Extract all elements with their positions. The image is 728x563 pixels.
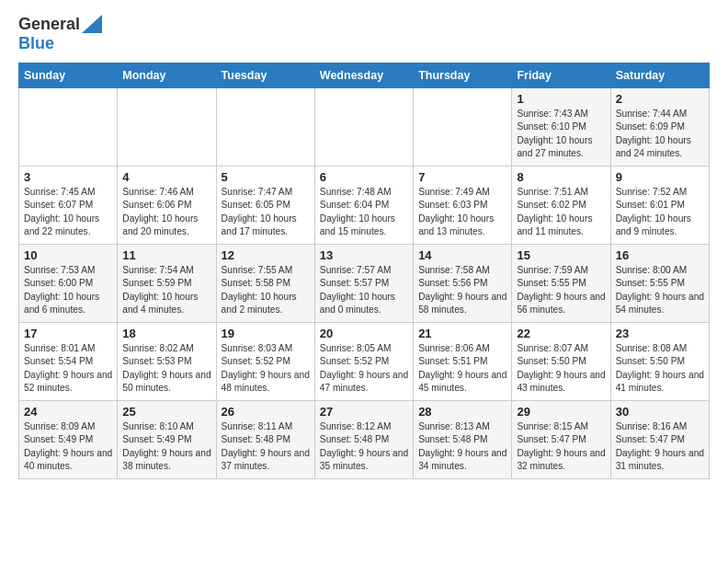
day-info: Sunrise: 8:12 AM Sunset: 5:48 PM Dayligh… — [320, 420, 408, 473]
day-number: 2 — [616, 92, 704, 106]
weekday-header-sunday: Sunday — [19, 63, 118, 88]
day-number: 20 — [320, 327, 408, 340]
day-number: 9 — [616, 170, 704, 184]
day-info: Sunrise: 8:02 AM Sunset: 5:53 PM Dayligh… — [122, 342, 210, 395]
calendar-cell: 22Sunrise: 8:07 AM Sunset: 5:50 PM Dayli… — [512, 323, 610, 401]
logo: General Blue — [18, 15, 102, 53]
day-number: 10 — [24, 248, 112, 262]
calendar-cell — [118, 88, 216, 167]
weekday-header-thursday: Thursday — [414, 63, 512, 88]
day-info: Sunrise: 7:54 AM Sunset: 5:59 PM Dayligh… — [122, 264, 210, 316]
day-info: Sunrise: 8:06 AM Sunset: 5:51 PM Dayligh… — [418, 342, 506, 395]
logo-general-text: General — [18, 15, 80, 34]
day-number: 6 — [320, 170, 408, 184]
day-number: 27 — [320, 405, 408, 419]
calendar-week-5: 24Sunrise: 8:09 AM Sunset: 5:49 PM Dayli… — [19, 401, 710, 479]
calendar-cell: 14Sunrise: 7:58 AM Sunset: 5:56 PM Dayli… — [414, 245, 512, 323]
day-info: Sunrise: 7:52 AM Sunset: 6:01 PM Dayligh… — [616, 186, 704, 238]
day-info: Sunrise: 7:43 AM Sunset: 6:10 PM Dayligh… — [517, 108, 605, 160]
day-number: 5 — [222, 170, 310, 184]
calendar-cell: 27Sunrise: 8:12 AM Sunset: 5:48 PM Dayli… — [314, 401, 413, 479]
calendar-cell — [414, 88, 512, 167]
calendar-week-1: 1Sunrise: 7:43 AM Sunset: 6:10 PM Daylig… — [19, 88, 710, 167]
calendar-cell: 15Sunrise: 7:59 AM Sunset: 5:55 PM Dayli… — [512, 245, 610, 323]
calendar-cell: 30Sunrise: 8:16 AM Sunset: 5:47 PM Dayli… — [610, 401, 709, 479]
calendar-cell: 5Sunrise: 7:47 AM Sunset: 6:05 PM Daylig… — [216, 167, 314, 245]
day-number: 16 — [616, 248, 704, 262]
day-number: 18 — [122, 327, 210, 340]
day-info: Sunrise: 7:49 AM Sunset: 6:03 PM Dayligh… — [418, 186, 506, 238]
day-info: Sunrise: 7:45 AM Sunset: 6:07 PM Dayligh… — [24, 186, 112, 238]
logo-blue-text: Blue — [18, 34, 54, 52]
day-number: 24 — [24, 405, 112, 419]
day-number: 12 — [222, 248, 310, 262]
day-info: Sunrise: 8:07 AM Sunset: 5:50 PM Dayligh… — [517, 342, 605, 395]
day-info: Sunrise: 8:15 AM Sunset: 5:47 PM Dayligh… — [517, 420, 605, 473]
day-info: Sunrise: 7:59 AM Sunset: 5:55 PM Dayligh… — [517, 264, 605, 316]
day-info: Sunrise: 8:16 AM Sunset: 5:47 PM Dayligh… — [616, 420, 704, 473]
day-number: 26 — [222, 405, 310, 419]
day-info: Sunrise: 8:03 AM Sunset: 5:52 PM Dayligh… — [222, 342, 310, 395]
day-number: 4 — [122, 170, 210, 184]
calendar-cell: 29Sunrise: 8:15 AM Sunset: 5:47 PM Dayli… — [512, 401, 610, 479]
day-number: 28 — [418, 405, 506, 419]
calendar-cell: 26Sunrise: 8:11 AM Sunset: 5:48 PM Dayli… — [216, 401, 314, 479]
calendar-cell — [314, 88, 413, 167]
calendar-cell: 28Sunrise: 8:13 AM Sunset: 5:48 PM Dayli… — [414, 401, 512, 479]
weekday-header-monday: Monday — [118, 63, 216, 88]
day-info: Sunrise: 8:13 AM Sunset: 5:48 PM Dayligh… — [418, 420, 506, 473]
calendar-cell: 16Sunrise: 8:00 AM Sunset: 5:55 PM Dayli… — [610, 245, 709, 323]
day-number: 3 — [24, 170, 112, 184]
weekday-header-friday: Friday — [512, 63, 610, 88]
calendar-cell: 3Sunrise: 7:45 AM Sunset: 6:07 PM Daylig… — [19, 167, 118, 245]
calendar-cell: 17Sunrise: 8:01 AM Sunset: 5:54 PM Dayli… — [19, 323, 118, 401]
day-info: Sunrise: 7:58 AM Sunset: 5:56 PM Dayligh… — [418, 264, 506, 316]
day-info: Sunrise: 7:57 AM Sunset: 5:57 PM Dayligh… — [320, 264, 408, 316]
calendar-cell: 4Sunrise: 7:46 AM Sunset: 6:06 PM Daylig… — [118, 167, 216, 245]
calendar-cell: 9Sunrise: 7:52 AM Sunset: 6:01 PM Daylig… — [610, 167, 709, 245]
calendar-week-2: 3Sunrise: 7:45 AM Sunset: 6:07 PM Daylig… — [19, 167, 710, 245]
calendar-cell: 10Sunrise: 7:53 AM Sunset: 6:00 PM Dayli… — [19, 245, 118, 323]
calendar-table: SundayMondayTuesdayWednesdayThursdayFrid… — [18, 63, 710, 479]
day-info: Sunrise: 7:46 AM Sunset: 6:06 PM Dayligh… — [122, 186, 210, 238]
day-info: Sunrise: 8:00 AM Sunset: 5:55 PM Dayligh… — [616, 264, 704, 316]
weekday-header-tuesday: Tuesday — [216, 63, 314, 88]
calendar-cell — [216, 88, 314, 167]
day-info: Sunrise: 7:51 AM Sunset: 6:02 PM Dayligh… — [517, 186, 605, 238]
day-info: Sunrise: 7:55 AM Sunset: 5:58 PM Dayligh… — [222, 264, 310, 316]
weekday-header-saturday: Saturday — [610, 63, 709, 88]
day-info: Sunrise: 8:01 AM Sunset: 5:54 PM Dayligh… — [24, 342, 112, 395]
day-info: Sunrise: 8:09 AM Sunset: 5:49 PM Dayligh… — [24, 420, 112, 473]
day-number: 13 — [320, 248, 408, 262]
weekday-header-wednesday: Wednesday — [314, 63, 413, 88]
calendar-cell: 11Sunrise: 7:54 AM Sunset: 5:59 PM Dayli… — [118, 245, 216, 323]
calendar-cell — [19, 88, 118, 167]
day-number: 14 — [418, 248, 506, 262]
day-number: 30 — [616, 405, 704, 419]
calendar-week-3: 10Sunrise: 7:53 AM Sunset: 6:00 PM Dayli… — [19, 245, 710, 323]
day-info: Sunrise: 8:11 AM Sunset: 5:48 PM Dayligh… — [222, 420, 310, 473]
calendar-week-4: 17Sunrise: 8:01 AM Sunset: 5:54 PM Dayli… — [19, 323, 710, 401]
day-number: 23 — [616, 327, 704, 340]
day-number: 1 — [517, 92, 605, 106]
calendar-cell: 8Sunrise: 7:51 AM Sunset: 6:02 PM Daylig… — [512, 167, 610, 245]
day-number: 8 — [517, 170, 605, 184]
calendar-cell: 13Sunrise: 7:57 AM Sunset: 5:57 PM Dayli… — [314, 245, 413, 323]
day-info: Sunrise: 8:10 AM Sunset: 5:49 PM Dayligh… — [122, 420, 210, 473]
weekday-header-row: SundayMondayTuesdayWednesdayThursdayFrid… — [19, 63, 710, 88]
day-number: 29 — [517, 405, 605, 419]
day-number: 25 — [122, 405, 210, 419]
day-number: 21 — [418, 327, 506, 340]
day-number: 17 — [24, 327, 112, 340]
calendar-cell: 18Sunrise: 8:02 AM Sunset: 5:53 PM Dayli… — [118, 323, 216, 401]
calendar-cell: 1Sunrise: 7:43 AM Sunset: 6:10 PM Daylig… — [512, 88, 610, 167]
header: General Blue — [18, 15, 710, 53]
day-info: Sunrise: 7:44 AM Sunset: 6:09 PM Dayligh… — [616, 108, 704, 160]
calendar-cell: 20Sunrise: 8:05 AM Sunset: 5:52 PM Dayli… — [314, 323, 413, 401]
calendar-cell: 21Sunrise: 8:06 AM Sunset: 5:51 PM Dayli… — [414, 323, 512, 401]
calendar-cell: 24Sunrise: 8:09 AM Sunset: 5:49 PM Dayli… — [19, 401, 118, 479]
calendar-cell: 12Sunrise: 7:55 AM Sunset: 5:58 PM Dayli… — [216, 245, 314, 323]
calendar-cell: 2Sunrise: 7:44 AM Sunset: 6:09 PM Daylig… — [610, 88, 709, 167]
day-info: Sunrise: 8:08 AM Sunset: 5:50 PM Dayligh… — [616, 342, 704, 395]
day-info: Sunrise: 7:47 AM Sunset: 6:05 PM Dayligh… — [222, 186, 310, 238]
